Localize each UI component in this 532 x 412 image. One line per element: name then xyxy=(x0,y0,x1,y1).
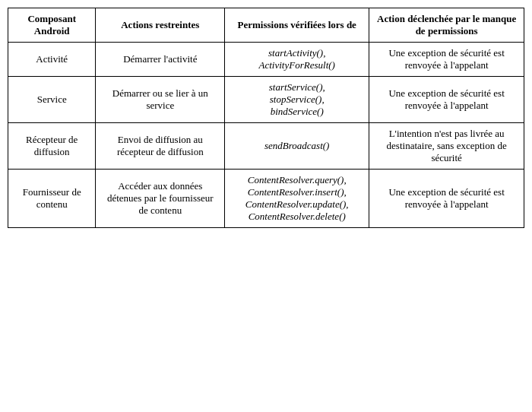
cell-consequence-2: L'intention n'est pas livrée au destinat… xyxy=(369,123,524,170)
cell-component-1: Service xyxy=(8,77,96,123)
cell-component-2: Récepteur de diffusion xyxy=(8,123,96,170)
table-row: ActivitéDémarrer l'activitéstartActivity… xyxy=(8,43,524,77)
cell-permissions-3: ContentResolver.query(),ContentResolver.… xyxy=(225,170,369,228)
header-permissions: Permissions vérifiées lors de xyxy=(225,8,369,43)
cell-actions-2: Envoi de diffusion au récepteur de diffu… xyxy=(96,123,225,170)
cell-component-3: Fournisseur de contenu xyxy=(8,170,96,228)
cell-permissions-1: startService(),stopService(),bindService… xyxy=(225,77,369,123)
permissions-table: Composant Android Actions restreintes Pe… xyxy=(8,8,524,228)
header-component: Composant Android xyxy=(8,8,96,43)
cell-permissions-0: startActivity(),ActivityForResult() xyxy=(225,43,369,77)
cell-consequence-3: Une exception de sécurité est renvoyée à… xyxy=(369,170,524,228)
table-row: Récepteur de diffusionEnvoi de diffusion… xyxy=(8,123,524,170)
header-consequence: Action déclenchée par le manque de permi… xyxy=(369,8,524,43)
cell-permissions-2: sendBroadcast() xyxy=(225,123,369,170)
table-container: Composant Android Actions restreintes Pe… xyxy=(8,8,524,228)
header-row: Composant Android Actions restreintes Pe… xyxy=(8,8,524,43)
table-row: ServiceDémarrer ou se lier à un services… xyxy=(8,77,524,123)
cell-consequence-1: Une exception de sécurité est renvoyée à… xyxy=(369,77,524,123)
cell-actions-3: Accéder aux données détenues par le four… xyxy=(96,170,225,228)
cell-actions-1: Démarrer ou se lier à un service xyxy=(96,77,225,123)
cell-consequence-0: Une exception de sécurité est renvoyée à… xyxy=(369,43,524,77)
header-actions: Actions restreintes xyxy=(96,8,225,43)
cell-component-0: Activité xyxy=(8,43,96,77)
table-row: Fournisseur de contenuAccéder aux donnée… xyxy=(8,170,524,228)
cell-actions-0: Démarrer l'activité xyxy=(96,43,225,77)
